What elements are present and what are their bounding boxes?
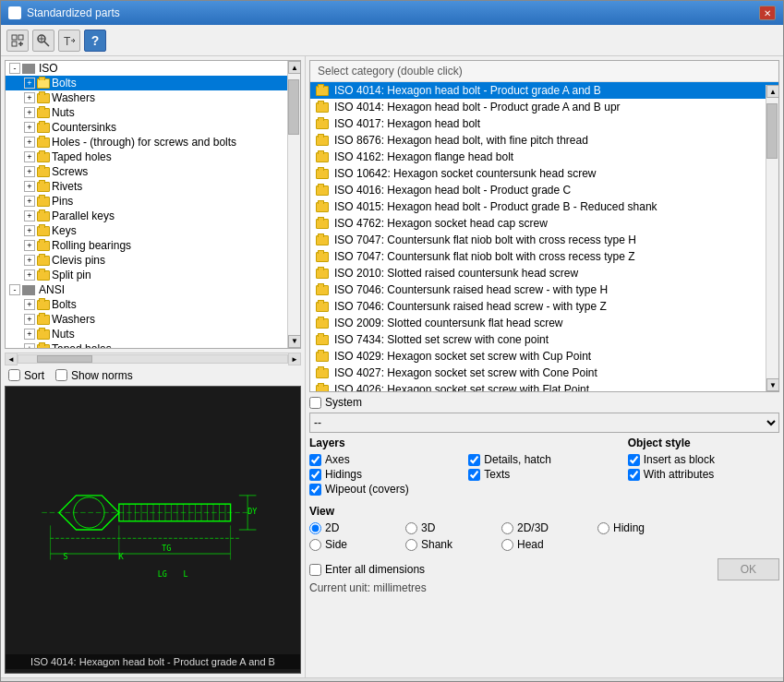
cat-scroll-thumb[interactable] [766,103,778,159]
view-shank[interactable]: Shank [405,538,498,551]
layer-details-checkbox[interactable] [468,454,480,466]
expander-splitpin[interactable]: + [24,269,35,281]
tree-node-countersinks[interactable]: + Countersinks [6,120,287,135]
cat-scroll-down[interactable]: ▼ [766,378,779,391]
horiz-track[interactable] [18,354,288,364]
tree-node-iso[interactable]: - ISO [6,61,287,76]
view-side-radio[interactable] [309,539,321,551]
tree-node-bolts[interactable]: + Bolts [6,76,287,90]
view-hiding-radio[interactable] [597,522,609,534]
expander-parallelkeys[interactable]: + [24,210,35,221]
category-item-13[interactable]: ISO 7046: Countersunk raised head screw … [310,298,778,315]
category-item-12[interactable]: ISO 7046: Countersunk raised head screw … [310,281,778,298]
category-item-15[interactable]: ISO 7434: Slotted set screw with cone po… [310,331,778,348]
close-button[interactable]: ✕ [759,6,776,20]
shownorms-checkbox-label[interactable]: Show norms [55,369,133,382]
view-2d-radio[interactable] [309,522,321,534]
view-2d3d[interactable]: 2D/3D [501,521,594,534]
expander-washers1[interactable]: + [24,92,35,103]
obj-with-attrs-checkbox[interactable] [628,469,640,481]
expander-iso[interactable]: - [9,63,20,74]
tree-container[interactable]: - ISO + Bolts + Washers [5,60,301,349]
tree-node-bolts2[interactable]: + Bolts [6,297,287,312]
category-item-6[interactable]: ISO 4016: Hexagon head bolt - Product gr… [310,182,778,198]
add-button[interactable] [6,30,29,52]
view-3d-radio[interactable] [405,522,417,534]
expander-pins[interactable]: + [24,196,35,207]
layer-wipeout-checkbox[interactable] [309,484,321,496]
scroll-down-arrow[interactable]: ▼ [288,335,301,348]
category-item-8[interactable]: ISO 4762: Hexagon socket head cap screw [310,215,778,232]
cat-scroll-up[interactable]: ▲ [766,85,779,98]
tree-node-keys[interactable]: + Keys [6,223,287,238]
shownorms-checkbox[interactable] [55,369,67,381]
expander-rollingbearings[interactable]: + [24,240,35,251]
category-item-17[interactable]: ISO 4027: Hexagon socket set screw with … [310,365,778,381]
tree-node-splitpin[interactable]: + Split pin [6,268,287,282]
category-item-3[interactable]: ISO 8676: Hexagon head bolt, with fine p… [310,132,778,149]
category-item-11[interactable]: ISO 2010: Slotted raised countersunk hea… [310,265,778,281]
unit-dropdown[interactable]: -- [309,413,779,433]
tree-node-ansi[interactable]: - ANSI [6,282,287,297]
expander-tapedholes1[interactable]: + [24,151,35,162]
ok-button[interactable]: OK [718,558,779,580]
tree-scrollbar[interactable]: ▲ ▼ [287,61,300,348]
scroll-right-arrow[interactable]: ► [288,353,301,365]
expander-washers2[interactable]: + [24,314,35,325]
expander-screws1[interactable]: + [24,166,35,177]
layer-hidings-checkbox[interactable] [309,469,321,481]
expander-rivets[interactable]: + [24,181,35,192]
category-item-2[interactable]: ISO 4017: Hexagon head bolt [310,115,778,132]
system-checkbox[interactable] [309,397,321,409]
tree-node-screws1[interactable]: + Screws [6,164,287,179]
category-item-5[interactable]: ISO 10642: Hexagon socket countersunk he… [310,165,778,182]
tree-node-tapedholes1[interactable]: + Taped holes [6,150,287,164]
expander-tapedholes2[interactable]: + [24,343,35,349]
sort-checkbox[interactable] [8,369,20,381]
tree-node-washers1[interactable]: + Washers [6,90,287,105]
expander-ansi[interactable]: - [9,284,20,295]
search-button[interactable] [32,30,54,52]
enter-dims-label[interactable]: Enter all dimensions [309,563,427,576]
layer-axes-checkbox[interactable] [309,454,321,466]
view-2d3d-radio[interactable] [501,522,513,534]
tree-node-rivets[interactable]: + Rivets [6,179,287,194]
category-item-4[interactable]: ISO 4162: Hexagon flange head bolt [310,149,778,165]
tree-node-clevispins[interactable]: + Clevis pins [6,253,287,268]
expander-keys[interactable]: + [24,225,35,236]
help-button[interactable]: ? [84,30,106,52]
tree-node-nuts1[interactable]: + Nuts [6,105,287,120]
view-head-radio[interactable] [501,539,513,551]
expander-bolts[interactable]: + [24,78,35,89]
tree-node-pins[interactable]: + Pins [6,194,287,209]
category-item-7[interactable]: ISO 4015: Hexagon head bolt - Product gr… [310,198,778,215]
view-2d[interactable]: 2D [309,521,402,534]
tree-node-tapedholes2[interactable]: + Taped holes [6,341,287,349]
category-scrollbar[interactable]: ▲ ▼ [766,85,778,391]
scroll-thumb[interactable] [288,79,299,135]
expander-nuts1[interactable]: + [24,107,35,118]
scroll-up-arrow[interactable]: ▲ [288,61,301,74]
category-item-9[interactable]: ISO 7047: Countersunk flat niob bolt wit… [310,232,778,248]
tree-node-holes[interactable]: + Holes - (through) for screws and bolts [6,135,287,150]
tree-node-nuts2[interactable]: + Nuts [6,327,287,341]
layer-texts-checkbox[interactable] [468,469,480,481]
category-item-0[interactable]: ISO 4014: Hexagon head bolt - Product gr… [310,82,778,99]
view-3d[interactable]: 3D [405,521,498,534]
category-item-14[interactable]: ISO 2009: Slotted countersunk flat head … [310,315,778,331]
expander-clevispins[interactable]: + [24,255,35,266]
tree-node-rollingbearings[interactable]: + Rolling bearings [6,238,287,253]
tree-node-washers2[interactable]: + Washers [6,312,287,327]
expander-bolts2[interactable]: + [24,299,35,310]
scroll-left-arrow[interactable]: ◄ [5,353,18,365]
enter-dims-checkbox[interactable] [309,564,321,576]
insert-button[interactable]: T [58,30,80,52]
obj-insert-block-checkbox[interactable] [628,454,640,466]
view-shank-radio[interactable] [405,539,417,551]
expander-holes[interactable]: + [24,137,35,148]
tree-node-parallelkeys[interactable]: + Parallel keys [6,209,287,223]
category-item-1[interactable]: ISO 4014: Hexagon head bolt - Product gr… [310,99,778,115]
view-hiding[interactable]: Hiding [597,521,690,534]
category-item-16[interactable]: ISO 4029: Hexagon socket set screw with … [310,348,778,365]
category-container[interactable]: Select category (double click) ISO 4014:… [309,60,779,392]
